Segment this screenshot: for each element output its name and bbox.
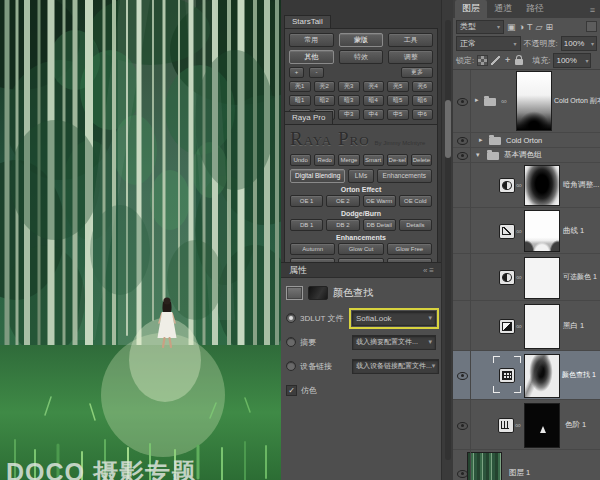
db-detail-button[interactable]: DB Detail [363, 219, 396, 231]
filter-shape-icon[interactable]: ▱ [535, 21, 542, 33]
lock-pixels-icon[interactable] [491, 56, 500, 65]
canvas-photo[interactable]: DOCO 摄影专题 [0, 0, 281, 480]
mask-button[interactable]: 亮4 [363, 81, 385, 92]
fill-field[interactable]: 100%▾ [553, 53, 591, 68]
oe1-button[interactable]: OE 1 [290, 195, 323, 207]
layer-name[interactable]: Cold Orton [506, 136, 542, 145]
db2-button[interactable]: DB 2 [326, 219, 359, 231]
group-expand-icon[interactable]: ▸ [479, 136, 483, 144]
deselect-button[interactable]: De-sel [387, 154, 408, 166]
glow-free-button[interactable]: Glow Free [387, 243, 432, 255]
starstail-tab-other[interactable]: 其他 [289, 50, 334, 64]
mask-button[interactable]: 暗3 [338, 95, 360, 106]
abstract-radio[interactable] [286, 337, 296, 347]
layer-mask-thumbnail[interactable] [524, 165, 560, 206]
layer-mask-thumbnail[interactable] [524, 403, 560, 448]
3dlut-radio[interactable] [286, 313, 296, 323]
mask-button[interactable]: 亮5 [387, 81, 409, 92]
scrollbar-track[interactable] [445, 20, 451, 460]
layer-name[interactable]: 色阶 1 [565, 420, 586, 430]
visibility-eye-icon[interactable] [457, 372, 468, 380]
tab-layers[interactable]: 图层 [455, 0, 487, 18]
mask-button[interactable]: 亮1 [289, 81, 311, 92]
starstail-tab-effects[interactable]: 特效 [339, 50, 384, 64]
mask-button[interactable]: 亮6 [412, 81, 434, 92]
dither-checkbox[interactable]: ✓ [286, 385, 297, 396]
group-collapse-icon[interactable]: ▾ [476, 151, 480, 159]
filter-type-icon[interactable]: T [527, 21, 533, 33]
oe-cold-button[interactable]: OE Cold [399, 195, 432, 207]
layer-row-selective-color-1[interactable]: ∞ 可选颜色 1 [453, 254, 600, 301]
oe2-button[interactable]: OE 2 [326, 195, 359, 207]
visibility-eye-icon[interactable] [457, 98, 468, 106]
filter-adjustment-icon[interactable]: ◑ [519, 21, 524, 33]
mask-button[interactable]: 暗5 [387, 95, 409, 106]
lms-tab[interactable]: LMs [348, 169, 373, 183]
layer-row-vignette-adjust[interactable]: ∞ 暗角调整... [453, 163, 600, 208]
layer-row-color-lookup-1[interactable]: 颜色查找 1 [453, 351, 600, 400]
3dlut-file-dropdown[interactable]: SofiaLook ▾ [352, 311, 436, 326]
levels-adjustment-icon[interactable] [498, 418, 514, 433]
blend-mode-dropdown[interactable]: 正常▾ [456, 36, 521, 51]
tab-channels[interactable]: 通道 [487, 0, 519, 18]
layer-name[interactable]: 暗角调整... [563, 180, 599, 190]
black-white-adjustment-icon[interactable] [499, 319, 515, 334]
layer-mask-thumbnail[interactable] [524, 210, 560, 252]
device-link-dropdown[interactable]: 载入设备链接配置文件... ▾ [352, 359, 439, 374]
layer-mask-thumbnail[interactable] [524, 257, 560, 299]
redo-button[interactable]: Redo [314, 154, 335, 166]
mask-button[interactable]: 亮3 [338, 81, 360, 92]
filter-smart-object-icon[interactable]: ⊞ [545, 21, 553, 33]
layer-row-black-white-1[interactable]: ∞ 黑白 1 [453, 301, 600, 351]
panel-collapse-icon[interactable]: «≡ [423, 266, 441, 275]
properties-tab[interactable]: 属性 [281, 264, 315, 277]
starstail-tab-tools[interactable]: 工具 [388, 33, 433, 47]
filter-toggle-icon[interactable] [586, 21, 597, 32]
raya-pro-panel-tab[interactable]: Raya Pro [284, 111, 333, 124]
layer-row-curves-1[interactable]: ∞ 曲线 1 [453, 208, 600, 254]
lock-transparency-icon[interactable] [477, 55, 488, 66]
layer-mask-thumbnail[interactable] [516, 71, 552, 131]
merge-button[interactable]: Merge [338, 154, 359, 166]
kind-filter-dropdown[interactable]: 类型▾ [456, 20, 504, 34]
group-expand-icon[interactable]: ▸ [475, 96, 479, 104]
visibility-eye-icon[interactable] [457, 137, 468, 145]
lock-all-icon[interactable] [515, 59, 523, 65]
layer-row-levels-1[interactable]: ∞ 色阶 1 [453, 400, 600, 450]
layer-name[interactable]: 图层 1 [509, 468, 530, 478]
layer-name[interactable]: 颜色查找 1 [562, 370, 596, 380]
selective-color-adjustment-icon[interactable] [499, 270, 515, 285]
mask-button[interactable]: 暗6 [412, 95, 434, 106]
autumn-button[interactable]: Autumn [290, 243, 335, 255]
oe-warm-button[interactable]: OE Warm [363, 195, 396, 207]
layer-row-layer-1[interactable]: 图层 1 [453, 450, 600, 480]
opacity-field[interactable]: 100%▾ [561, 36, 597, 51]
adjustment-layer-icon[interactable] [499, 178, 515, 193]
mask-button[interactable]: 暗2 [314, 95, 336, 106]
starstail-tab-mask[interactable]: 蒙版 [339, 33, 384, 47]
digital-blending-tab[interactable]: Digital Blending [290, 169, 345, 183]
mask-button[interactable]: 暗4 [363, 95, 385, 106]
layer-name[interactable]: 曲线 1 [563, 226, 584, 236]
device-link-radio[interactable] [286, 361, 296, 371]
starstail-panel-tab[interactable]: StarsTail [284, 15, 331, 28]
db1-button[interactable]: DB 1 [290, 219, 323, 231]
starstail-more-button[interactable]: 更多 [401, 67, 433, 78]
tab-paths[interactable]: 路径 [519, 0, 551, 18]
enhancements-tab[interactable]: Enhancements [377, 169, 432, 183]
layer-name[interactable]: 基本调色组 [504, 150, 542, 160]
layer-row-cold-orton[interactable]: ▸ Cold Orton [453, 133, 600, 148]
curves-adjustment-icon[interactable] [499, 224, 515, 239]
visibility-eye-icon[interactable] [457, 152, 468, 160]
abstract-dropdown[interactable]: 载入摘要配置文件... ▾ [352, 335, 436, 350]
glow-cut-button[interactable]: Glow Cut [338, 243, 383, 255]
scrollbar-thumb[interactable] [445, 100, 451, 158]
layer-image-thumbnail[interactable] [467, 452, 502, 480]
starstail-tab-adjust[interactable]: 调整 [388, 50, 433, 64]
smart-button[interactable]: Smart [363, 154, 384, 166]
filter-pixel-icon[interactable]: ▣ [507, 21, 516, 33]
layer-name[interactable]: 可选颜色 1 [563, 272, 597, 282]
delete-button[interactable]: Delete [411, 154, 432, 166]
layer-row-cold-orton-copy[interactable]: ▸ ∞ Cold Orton 副本 [453, 70, 600, 133]
layer-mask-thumbnail[interactable] [524, 304, 560, 349]
